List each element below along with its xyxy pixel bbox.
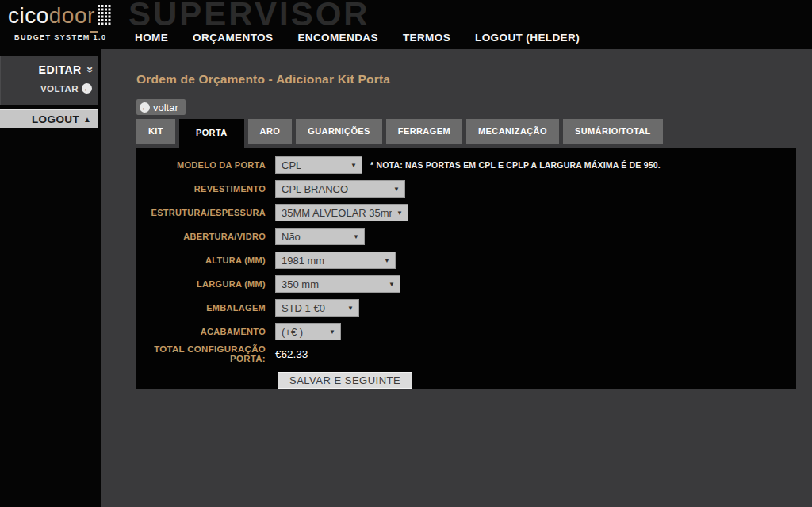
logout-label: LOGOUT	[32, 113, 79, 125]
estrutura-espessura-value: 35MM ALVEOLAR 35mm (	[282, 207, 392, 219]
porta-form-panel: MODELO DA PORTA CPL ▼ * NOTA: NAS PORTAS…	[136, 148, 796, 389]
largura-label: LARGURA (MM)	[136, 279, 266, 289]
altura-label: ALTURA (MM)	[136, 255, 266, 265]
total-configuracao-label: TOTAL CONFIGURAÇÃO PORTA:	[136, 344, 266, 363]
page-title: Ordem de Orçamento - Adicionar Kit Porta	[136, 72, 390, 86]
nav-item-termos[interactable]: TERMOS	[403, 32, 450, 44]
caret-down-icon: ▼	[393, 186, 400, 193]
tab-ferragem[interactable]: FERRAGEM	[386, 119, 462, 144]
tab-bar: KIT PORTA ARO GUARNIÇÕES FERRAGEM MECANI…	[136, 119, 663, 151]
nav-item-encomendas[interactable]: ENCOMENDAS	[297, 32, 378, 44]
revestimento-value: CPL BRANCO	[282, 183, 348, 195]
main-nav: HOME ORÇAMENTOS ENCOMENDAS TERMOS LOGOUT…	[135, 32, 580, 44]
caret-down-icon: ▼	[389, 281, 395, 288]
tab-porta[interactable]: PORTA	[179, 119, 244, 151]
sidebar-editar-panel: EDITAR « VOLTAR ←	[0, 56, 98, 105]
arrow-left-circle-icon: ←	[82, 83, 92, 94]
back-button[interactable]: ← voltar	[136, 99, 186, 115]
chevron-double-down-icon: «	[85, 67, 93, 73]
form-row-acabamento: ACABAMENTO (+€ ) ▼	[136, 323, 796, 340]
app-header: cicodoor BUDGET SYSTEM 1.0 SUPERVISOR HO…	[0, 0, 812, 49]
nav-item-logout[interactable]: LOGOUT (HELDER)	[475, 32, 580, 44]
abertura-vidro-select[interactable]: Não ▼	[275, 228, 365, 245]
abertura-vidro-value: Não	[282, 231, 301, 243]
form-row-estrutura-espessura: ESTRUTURA/ESPESSURA 35MM ALVEOLAR 35mm (…	[136, 204, 796, 221]
form-row-revestimento: REVESTIMENTO CPL BRANCO ▼	[136, 180, 796, 198]
tab-aro[interactable]: ARO	[248, 119, 293, 144]
modelo-da-porta-label: MODELO DA PORTA	[136, 160, 266, 170]
sidebar-item-voltar[interactable]: VOLTAR ←	[1, 83, 98, 94]
estrutura-espessura-select[interactable]: 35MM ALVEOLAR 35mm ( ▼	[275, 204, 408, 221]
brand-secondary: door	[49, 3, 95, 28]
logo-subtitle: BUDGET SYSTEM 1.0	[14, 33, 111, 41]
sidebar: EDITAR « VOLTAR ← LOGOUT ▲	[0, 49, 102, 507]
form-row-embalagem: EMBALAGEM STD 1 €0 ▼	[136, 299, 796, 317]
caret-down-icon: ▼	[329, 328, 335, 336]
total-configuracao-row: TOTAL CONFIGURAÇÃO PORTA: €62.33	[136, 347, 796, 361]
form-row-largura: LARGURA (MM) 350 mm ▼	[136, 275, 796, 293]
nav-item-orcamentos[interactable]: ORÇAMENTOS	[193, 32, 273, 44]
form-row-altura: ALTURA (MM) 1981 mm ▼	[136, 252, 796, 269]
brand-primary: cico	[8, 3, 49, 28]
voltar-label: VOLTAR	[40, 84, 79, 94]
main-content: Ordem de Orçamento - Adicionar Kit Porta…	[102, 49, 812, 507]
caret-down-icon: ▼	[396, 209, 403, 217]
caret-down-icon: ▼	[353, 233, 359, 240]
total-configuracao-value: €62.33	[275, 348, 308, 360]
estrutura-espessura-label: ESTRUTURA/ESPESSURA	[136, 208, 266, 217]
embalagem-value: STD 1 €0	[282, 302, 325, 314]
largura-maxima-note: * NOTA: NAS PORTAS EM CPL E CPLP A LARGU…	[370, 160, 661, 170]
door-grid-icon	[98, 5, 111, 29]
nav-item-home[interactable]: HOME	[135, 32, 168, 44]
altura-value: 1981 mm	[282, 255, 324, 267]
submit-row: SALVAR E SEGUINTE	[136, 372, 796, 389]
sidebar-item-editar[interactable]: EDITAR «	[1, 63, 98, 76]
revestimento-label: REVESTIMENTO	[136, 184, 266, 194]
caret-down-icon: ▼	[347, 305, 354, 312]
form-row-abertura-vidro: ABERTURA/VIDRO Não ▼	[136, 228, 796, 245]
tab-sumario-total[interactable]: SUMÁRIO/TOTAL	[563, 119, 663, 144]
sidebar-logout-button[interactable]: LOGOUT ▲	[0, 109, 98, 128]
embalagem-select[interactable]: STD 1 €0 ▼	[275, 299, 359, 317]
acabamento-select[interactable]: (+€ ) ▼	[275, 323, 341, 340]
altura-select[interactable]: 1981 mm ▼	[275, 252, 396, 269]
arrow-left-circle-icon: ←	[140, 102, 150, 113]
embalagem-label: EMBALAGEM	[136, 303, 266, 313]
brand-logo: cicodoor BUDGET SYSTEM 1.0	[8, 4, 111, 41]
largura-value: 350 mm	[282, 278, 319, 290]
acabamento-label: ACABAMENTO	[136, 327, 266, 336]
back-button-label: voltar	[153, 102, 178, 113]
abertura-vidro-label: ABERTURA/VIDRO	[136, 232, 266, 241]
tab-kit[interactable]: KIT	[136, 119, 175, 144]
save-and-next-button[interactable]: SALVAR E SEGUINTE	[278, 372, 412, 389]
tab-mecanizacao[interactable]: MECANIZAÇÃO	[466, 119, 559, 144]
acabamento-value: (+€ )	[282, 326, 303, 338]
logo-underscore	[90, 31, 98, 33]
largura-select[interactable]: 350 mm ▼	[275, 275, 400, 293]
brand-logo-text: cicodoor	[8, 4, 95, 28]
supervisor-watermark: SUPERVISOR	[128, 0, 370, 33]
editar-label: EDITAR	[39, 63, 82, 76]
modelo-da-porta-value: CPL	[282, 159, 301, 171]
caret-down-icon: ▼	[384, 257, 390, 264]
form-row-modelo-da-porta: MODELO DA PORTA CPL ▼ * NOTA: NAS PORTAS…	[136, 156, 796, 174]
revestimento-select[interactable]: CPL BRANCO ▼	[275, 180, 405, 198]
eject-triangle-icon: ▲	[83, 115, 91, 124]
tab-guarnicoes[interactable]: GUARNIÇÕES	[296, 119, 382, 144]
caret-down-icon: ▼	[350, 162, 357, 169]
modelo-da-porta-select[interactable]: CPL ▼	[275, 156, 362, 174]
